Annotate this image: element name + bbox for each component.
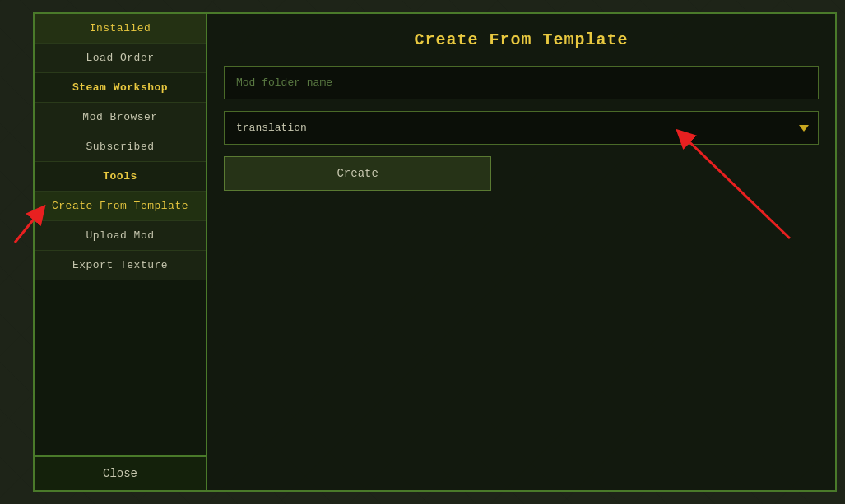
sidebar: Installed Load Order Steam Workshop Mod … — [35, 14, 207, 490]
mod-folder-name-input[interactable] — [224, 66, 819, 99]
page-title: Create From Template — [224, 30, 819, 49]
sidebar-item-subscribed[interactable]: Subscribed — [35, 132, 206, 162]
sidebar-spacer — [35, 280, 206, 455]
close-button[interactable]: Close — [35, 455, 206, 490]
content-area: Create From Template translation basic_m… — [207, 14, 835, 490]
template-select-container: translation basic_mod ui_mod gameplay_mo… — [224, 111, 819, 145]
template-select[interactable]: translation basic_mod ui_mod gameplay_mo… — [224, 111, 819, 145]
sidebar-item-mod-browser[interactable]: Mod Browser — [35, 103, 206, 132]
sidebar-item-installed[interactable]: Installed — [35, 14, 206, 44]
sidebar-item-load-order[interactable]: Load Order — [35, 44, 206, 73]
create-button[interactable]: Create — [224, 156, 491, 191]
sidebar-item-steam-workshop[interactable]: Steam Workshop — [35, 73, 206, 103]
sidebar-item-upload-mod[interactable]: Upload Mod — [35, 221, 206, 251]
sidebar-item-create-from-template[interactable]: Create From Template — [35, 192, 206, 221]
sidebar-item-tools[interactable]: Tools — [35, 162, 206, 192]
main-window: Installed Load Order Steam Workshop Mod … — [33, 12, 837, 492]
sidebar-item-export-texture[interactable]: Export Texture — [35, 251, 206, 280]
